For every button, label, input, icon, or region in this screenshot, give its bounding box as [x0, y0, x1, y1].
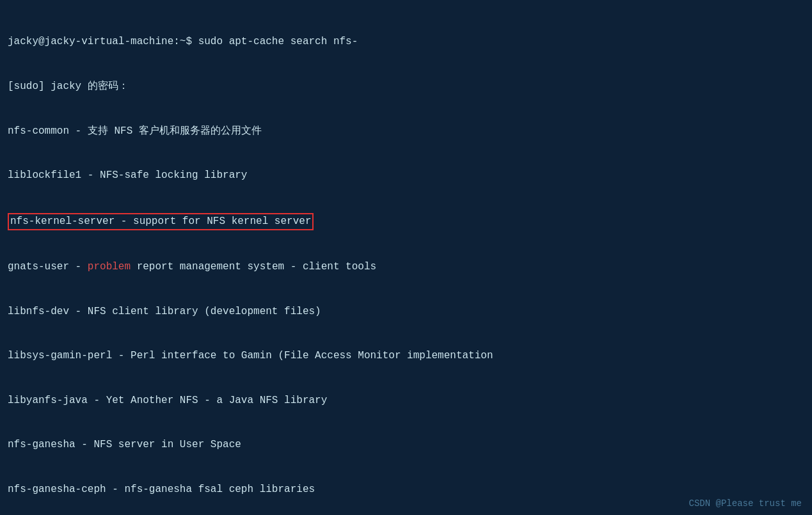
problem-word: problem — [88, 261, 131, 273]
libnfs-dev-line: libnfs-dev - NFS client library (develop… — [8, 305, 804, 319]
nfs-kernel-server-line: nfs-kernel-server - support for NFS kern… — [8, 213, 804, 230]
nfs-ganesha-ceph-line: nfs-ganesha-ceph - nfs-ganesha fsal ceph… — [8, 482, 804, 497]
gnats-before: gnats-user - — [8, 261, 88, 273]
libsys-gamin-perl-line: libsys-gamin-perl - Perl interface to Ga… — [8, 349, 804, 363]
command-line: jacky@jacky-virtual-machine:~$ sudo apt-… — [8, 35, 804, 49]
libyanfs-java-line: libyanfs-java - Yet Another NFS - a Java… — [8, 393, 804, 408]
highlight-border: nfs-kernel-server - support for NFS kern… — [8, 213, 314, 230]
nfs-common-line: nfs-common - 支持 NFS 客户机和服务器的公用文件 — [8, 124, 804, 139]
liblockfile1-line: liblockfile1 - NFS-safe locking library — [8, 168, 804, 183]
sudo-prompt: [sudo] jacky 的密码： — [8, 79, 804, 94]
nfs-ganesha-line: nfs-ganesha - NFS server in User Space — [8, 438, 804, 452]
gnats-user-line: gnats-user - problem report management s… — [8, 260, 804, 274]
gnats-after: report management system - client tools — [131, 261, 376, 273]
terminal-output: jacky@jacky-virtual-machine:~$ sudo apt-… — [8, 5, 804, 515]
watermark: CSDN @Please trust me — [689, 498, 802, 509]
